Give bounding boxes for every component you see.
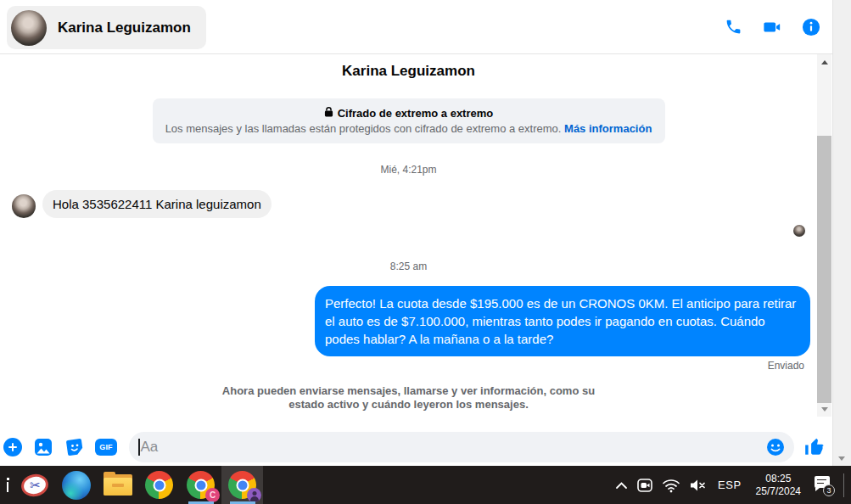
show-desktop-divider[interactable] [843, 473, 844, 497]
phone-call-icon[interactable] [724, 18, 742, 36]
outgoing-message-row: Perfecto! La cuota desde $195.000 es de … [0, 286, 810, 356]
taskbar-handle-icon [2, 466, 14, 504]
chrome-icon [145, 471, 173, 499]
more-info-link[interactable]: Más información [564, 122, 652, 135]
sender-avatar[interactable] [12, 194, 36, 218]
emoji-icon[interactable] [765, 437, 786, 457]
message-composer: GIF Aa [0, 428, 832, 466]
snipping-tool-icon: ✂ [19, 471, 50, 498]
taskbar-chrome-profile-c[interactable]: C [180, 466, 221, 504]
conversation-info-icon[interactable] [802, 18, 820, 36]
encryption-body: Los mensajes y las llamadas están proteg… [161, 122, 657, 135]
encryption-title: Cifrado de extremo a extremo [161, 106, 657, 120]
taskbar-chrome-profile-active[interactable] [221, 466, 263, 504]
conversation-header: Karina Leguizamon [0, 0, 851, 54]
thumbs-up-icon[interactable] [803, 436, 826, 459]
language-indicator[interactable]: ESP [714, 479, 745, 491]
conversation-note: Ahora pueden enviarse mensajes, llamarse… [205, 384, 613, 412]
outgoing-message-bubble[interactable]: Perfecto! La cuota desde $195.000 es de … [315, 286, 810, 356]
read-receipt-avatar [793, 225, 805, 237]
edge-icon [62, 471, 91, 500]
volume-muted-icon[interactable] [688, 478, 707, 493]
chrome-profile-avatar-badge [247, 488, 261, 502]
taskbar-apps: ✂ C [0, 466, 263, 504]
text-caret [138, 439, 140, 456]
encryption-notice: Cifrado de extremo a extremo Los mensaje… [153, 98, 665, 143]
windows-taskbar: ✂ C [0, 466, 851, 504]
page-scrollbar[interactable] [832, 0, 851, 466]
attach-image-icon[interactable] [33, 437, 53, 457]
file-explorer-icon [104, 474, 132, 496]
conversation-title: Karina Leguizamon [0, 63, 817, 80]
chrome-icon [228, 471, 256, 499]
taskbar-edge[interactable] [55, 466, 97, 504]
day-timestamp: Mié, 4:21pm [0, 164, 817, 176]
incoming-message-row: Hola 3535622411 Karina leguizamon [12, 190, 817, 218]
taskbar-chrome[interactable] [138, 466, 180, 504]
taskbar-file-explorer[interactable] [97, 466, 138, 504]
message-input[interactable]: Aa [129, 432, 794, 462]
tray-time: 08:25 [756, 473, 801, 485]
sticker-icon[interactable] [64, 437, 85, 457]
taskbar-snipping-tool[interactable]: ✂ [14, 466, 55, 504]
read-receipt-row [0, 225, 805, 237]
notification-count-badge: 3 [823, 484, 835, 496]
chat-scrollbar[interactable] [817, 54, 831, 417]
message-timestamp: 8:25 am [0, 260, 817, 272]
peer-name: Karina Leguizamon [58, 20, 191, 36]
scroll-down-arrow-icon[interactable] [817, 403, 831, 415]
gif-icon[interactable]: GIF [95, 439, 117, 456]
peer-avatar [11, 10, 47, 46]
chat-scrollbar-thumb[interactable] [817, 136, 831, 403]
lock-icon [324, 106, 333, 120]
chrome-icon: C [187, 471, 215, 499]
header-actions [724, 0, 820, 53]
chrome-profile-badge: C [205, 488, 220, 502]
wifi-icon[interactable] [662, 478, 680, 493]
notification-center-icon[interactable]: 3 [814, 475, 834, 496]
input-placeholder: Aa [141, 439, 159, 456]
tray-chevron-up-icon[interactable] [615, 481, 628, 490]
message-list: Karina Leguizamon Cifrado de extremo a e… [0, 54, 817, 428]
tray-clock[interactable]: 08:25 25/7/2024 [753, 473, 804, 498]
tray-date: 25/7/2024 [756, 485, 801, 498]
open-more-actions-button[interactable] [3, 438, 22, 456]
page-scroll-down-arrow-icon[interactable] [838, 456, 845, 461]
peer-profile-button[interactable]: Karina Leguizamon [7, 6, 206, 49]
system-tray: ESP 08:25 25/7/2024 3 [615, 466, 851, 504]
sent-status: Enviado [0, 360, 804, 372]
messenger-window: Karina Leguizamon Karina Leguizamon Cifr… [0, 0, 851, 466]
meet-now-icon[interactable] [635, 477, 654, 494]
incoming-message-bubble[interactable]: Hola 3535622411 Karina leguizamon [42, 190, 272, 218]
video-call-icon[interactable] [763, 18, 781, 36]
scroll-up-arrow-icon[interactable] [817, 56, 831, 68]
